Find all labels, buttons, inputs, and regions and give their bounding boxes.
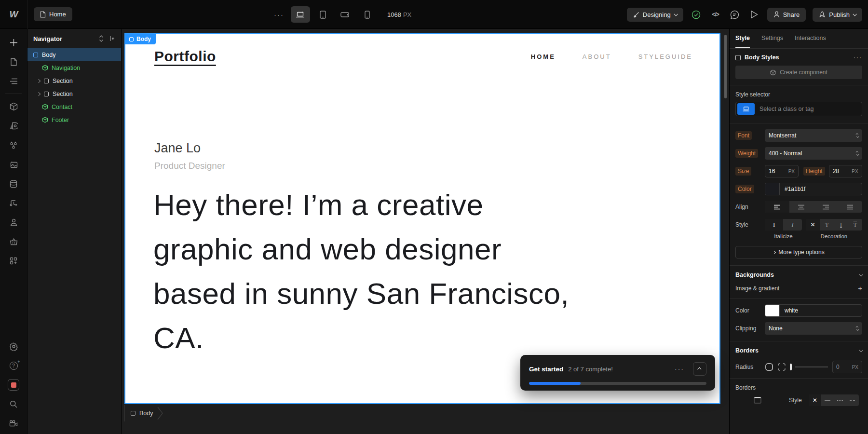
panel-scrollbar[interactable] bbox=[724, 35, 727, 98]
selected-element-badge[interactable]: Body bbox=[125, 34, 156, 44]
border-solid-button[interactable] bbox=[821, 394, 834, 406]
assets-button[interactable] bbox=[5, 156, 22, 173]
toast-collapse-button[interactable] bbox=[693, 362, 706, 376]
plus-icon bbox=[10, 39, 18, 47]
more-breakpoints-icon[interactable]: ··· bbox=[270, 11, 288, 19]
preview-icon[interactable] bbox=[748, 8, 760, 21]
ecommerce-button[interactable] bbox=[5, 233, 22, 250]
navigator-item-section-1[interactable]: Section bbox=[27, 74, 121, 87]
canvas-width-indicator[interactable]: 1068PX bbox=[387, 11, 411, 18]
border-none-button[interactable]: ✕ bbox=[809, 394, 821, 406]
home-page-button[interactable]: Home bbox=[34, 7, 72, 21]
line-height-input[interactable]: 28PX bbox=[829, 165, 862, 177]
publish-button[interactable]: Publish bbox=[813, 8, 862, 22]
border-dashed-button[interactable] bbox=[846, 394, 859, 406]
align-left-button[interactable] bbox=[765, 201, 789, 213]
top-toolbar: W Home ··· 1068PX Designing </> bbox=[0, 0, 868, 29]
color-swatch[interactable] bbox=[765, 183, 780, 195]
site-nav-about[interactable]: ABOUT bbox=[583, 53, 611, 60]
backgrounds-section-header[interactable]: Backgrounds bbox=[730, 266, 868, 284]
breadcrumb-body[interactable]: Body bbox=[124, 405, 166, 421]
cms-button[interactable] bbox=[5, 175, 22, 192]
style-normal-button[interactable]: I bbox=[765, 219, 783, 231]
variables-button[interactable] bbox=[5, 136, 22, 154]
breakpoint-desktop-button[interactable] bbox=[291, 6, 310, 23]
font-size-input[interactable]: 16PX bbox=[765, 165, 799, 177]
navigator-button[interactable] bbox=[5, 72, 22, 90]
logic-button[interactable] bbox=[5, 194, 22, 212]
breakpoint-indicator-button[interactable] bbox=[737, 103, 755, 115]
navigator-collapse-icon[interactable] bbox=[109, 36, 115, 41]
clipping-select[interactable]: None bbox=[765, 322, 862, 335]
settings-button[interactable] bbox=[5, 338, 22, 355]
components-button[interactable] bbox=[5, 98, 22, 115]
radius-all-icon[interactable] bbox=[765, 363, 773, 371]
radius-slider-track[interactable] bbox=[795, 366, 828, 367]
page-icon bbox=[40, 11, 46, 18]
border-side-selector-icon[interactable] bbox=[753, 396, 762, 404]
tab-interactions[interactable]: Interactions bbox=[795, 29, 826, 48]
navigator-item-body[interactable]: Body bbox=[27, 48, 121, 61]
align-justify-button[interactable] bbox=[838, 201, 863, 213]
text-align-group bbox=[765, 201, 862, 213]
navigator-sort-icon[interactable] bbox=[99, 35, 104, 42]
toast-menu-icon[interactable]: ··· bbox=[672, 365, 687, 373]
record-icon bbox=[8, 379, 19, 391]
apps-button[interactable] bbox=[5, 252, 22, 270]
navigator-item-contact[interactable]: Contact bbox=[27, 100, 121, 113]
tab-style[interactable]: Style bbox=[735, 29, 750, 48]
decoration-overline-button[interactable]: T bbox=[848, 219, 862, 231]
create-component-button[interactable]: Create component bbox=[735, 66, 862, 79]
site-nav-home[interactable]: HOME bbox=[531, 53, 556, 60]
italicize-caption: Italicize bbox=[765, 233, 802, 239]
radius-input[interactable]: 0PX bbox=[832, 361, 862, 373]
align-center-button[interactable] bbox=[789, 201, 814, 213]
comments-icon[interactable] bbox=[729, 8, 741, 21]
webflow-logo[interactable]: W bbox=[0, 0, 27, 29]
decoration-strikethrough-button[interactable]: T bbox=[820, 219, 834, 231]
help-button[interactable]: ?+ bbox=[5, 357, 22, 374]
mode-dropdown[interactable]: Designing bbox=[627, 8, 683, 22]
font-select[interactable]: Montserrat bbox=[765, 129, 862, 142]
class-selector-input[interactable]: Select a class or tag bbox=[735, 102, 862, 116]
style-italic-button[interactable]: I bbox=[783, 219, 801, 231]
expand-chevron-icon[interactable] bbox=[37, 80, 44, 82]
video-tutorials-button[interactable] bbox=[5, 415, 22, 432]
pages-button[interactable] bbox=[5, 53, 22, 70]
border-dotted-button[interactable] bbox=[834, 394, 846, 406]
share-button[interactable]: Share bbox=[767, 8, 806, 22]
breakpoint-phone-landscape-button[interactable] bbox=[335, 6, 354, 23]
more-type-options-button[interactable]: More type options bbox=[735, 246, 862, 258]
weight-select[interactable]: 400 - Normal bbox=[765, 147, 862, 160]
add-elements-button[interactable] bbox=[5, 34, 22, 51]
radius-slider-handle[interactable] bbox=[790, 364, 792, 370]
radius-individual-icon[interactable] bbox=[777, 363, 786, 371]
add-background-button[interactable]: + bbox=[858, 284, 862, 292]
font-row: Font Montserrat bbox=[735, 129, 862, 142]
export-code-icon[interactable]: </> bbox=[709, 8, 722, 21]
breakpoint-tablet-button[interactable] bbox=[313, 6, 332, 23]
decoration-none-button[interactable]: ✕ bbox=[806, 219, 820, 231]
navigator-item-footer[interactable]: Footer bbox=[27, 113, 121, 126]
navigator-item-section-2[interactable]: Section bbox=[27, 87, 121, 100]
users-button[interactable] bbox=[5, 214, 22, 231]
style-guide-button[interactable] bbox=[5, 117, 22, 135]
element-menu-icon[interactable]: ··· bbox=[854, 54, 862, 61]
font-color-input[interactable]: #1a1b1f bbox=[765, 183, 862, 195]
saved-status-icon[interactable] bbox=[690, 8, 703, 21]
align-right-button[interactable] bbox=[814, 201, 838, 213]
breakpoint-phone-portrait-button[interactable] bbox=[357, 6, 377, 23]
expand-chevron-icon[interactable] bbox=[37, 93, 44, 95]
tab-settings[interactable]: Settings bbox=[761, 29, 783, 48]
site-nav-styleguide[interactable]: STYLEGUIDE bbox=[638, 53, 692, 60]
color-swatch[interactable] bbox=[765, 305, 780, 316]
decoration-underline-button[interactable]: I bbox=[834, 219, 848, 231]
design-canvas[interactable]: Body Portfolio HOME ABOUT STYLEGUIDE Jan… bbox=[124, 33, 720, 404]
quick-find-button[interactable] bbox=[5, 395, 22, 413]
background-color-input[interactable]: white bbox=[765, 304, 862, 317]
site-logo-link[interactable]: Portfolio bbox=[154, 48, 216, 65]
navigator-item-navigation[interactable]: Navigation bbox=[27, 61, 121, 74]
borders-section-header[interactable]: Borders bbox=[730, 341, 868, 360]
recording-button[interactable] bbox=[5, 376, 22, 393]
toast-title: Get started bbox=[529, 366, 563, 373]
